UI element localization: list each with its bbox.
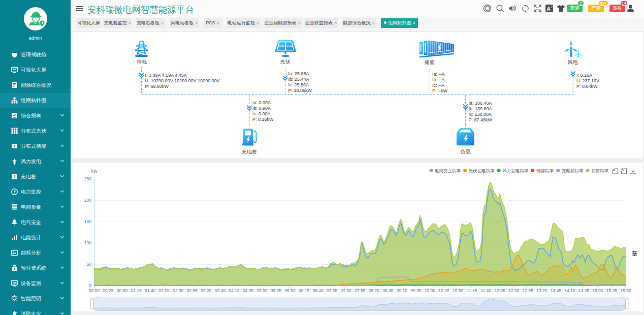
svg-text:08:45: 08:45 (382, 288, 394, 293)
svg-text:10:00: 10:00 (425, 288, 436, 293)
svg-text:11:15: 11:15 (467, 288, 477, 293)
svg-text:100: 100 (84, 240, 91, 245)
svg-text:A: A (546, 6, 551, 12)
svg-text:06:15: 06:15 (299, 288, 310, 293)
svg-text:04:35: 04:35 (243, 288, 254, 293)
svg-text:07:55: 07:55 (355, 288, 366, 293)
svg-text:03:20: 03:20 (201, 288, 212, 293)
svg-text:12:05: 12:05 (494, 288, 505, 293)
svg-text:15:00: 15:00 (592, 288, 603, 293)
svg-text:10:50: 10:50 (453, 288, 464, 293)
svg-text:储能功率: 储能功率 (536, 168, 554, 173)
svg-text:01:40: 01:40 (145, 288, 156, 293)
svg-text:2: 2 (551, 5, 553, 9)
svg-text:00:25: 00:25 (103, 288, 114, 293)
svg-text:05:25: 05:25 (271, 288, 282, 293)
svg-text:09:10: 09:10 (397, 288, 408, 293)
svg-text:12:55: 12:55 (523, 288, 534, 293)
svg-text:07:05: 07:05 (327, 288, 338, 293)
svg-text:03:45: 03:45 (215, 288, 226, 293)
svg-text:150: 150 (84, 219, 91, 224)
svg-text:250: 250 (84, 176, 91, 181)
svg-text:02:30: 02:30 (173, 288, 184, 293)
svg-text:光伏发电功率: 光伏发电功率 (469, 168, 495, 173)
svg-text:08:20: 08:20 (369, 288, 380, 293)
svg-text:02:55: 02:55 (187, 288, 198, 293)
svg-text:05:00: 05:00 (256, 288, 268, 293)
svg-text:11:40: 11:40 (480, 288, 491, 293)
svg-text:07:30: 07:30 (341, 288, 352, 293)
svg-text:kW: kW (91, 169, 98, 174)
svg-text:12:30: 12:30 (508, 288, 520, 293)
svg-text:13:45: 13:45 (551, 288, 562, 293)
svg-text:02:05: 02:05 (158, 288, 170, 293)
svg-text:15:50: 15:50 (620, 288, 631, 293)
svg-text:风力发电功率: 风力发电功率 (502, 168, 528, 173)
svg-text:14:10: 14:10 (564, 288, 575, 293)
svg-text:00:00: 00:00 (89, 288, 100, 293)
svg-text:充电桩功率: 充电桩功率 (562, 168, 584, 173)
svg-text:200: 200 (84, 198, 91, 203)
svg-text:50: 50 (87, 262, 92, 267)
svg-text:00:50: 00:50 (117, 288, 128, 293)
svg-text:13:20: 13:20 (536, 288, 548, 293)
svg-text:09:35: 09:35 (410, 288, 422, 293)
svg-text:04:10: 04:10 (229, 288, 240, 293)
svg-text:01:15: 01:15 (131, 288, 142, 293)
svg-text:0: 0 (89, 283, 91, 288)
svg-text:15:25: 15:25 (606, 288, 618, 293)
svg-text:负荷功率: 负荷功率 (591, 168, 609, 173)
svg-text:06:40: 06:40 (312, 288, 324, 293)
svg-text:14:35: 14:35 (578, 288, 590, 293)
svg-text:05:50: 05:50 (284, 288, 296, 293)
svg-text:电网交互功率: 电网交互功率 (435, 168, 461, 173)
svg-text:10:25: 10:25 (438, 288, 449, 293)
